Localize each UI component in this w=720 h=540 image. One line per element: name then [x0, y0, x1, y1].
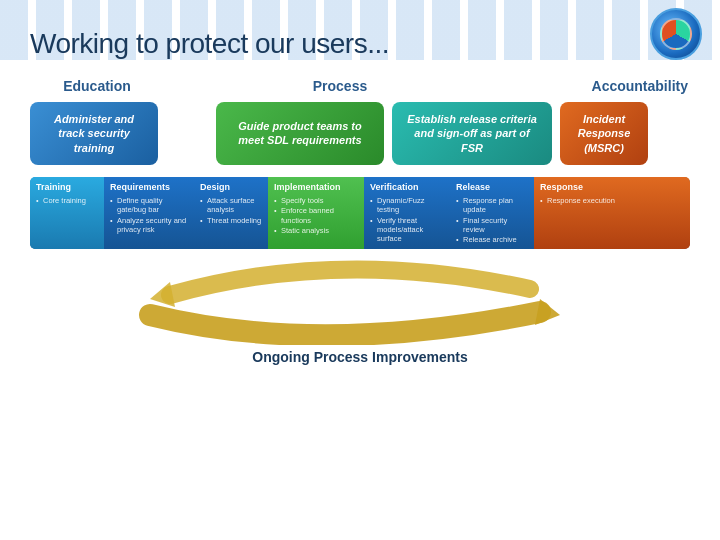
flow-impl-bullet-3: Static analysis	[274, 226, 358, 235]
arrows-svg	[120, 257, 600, 345]
flow-release-bullets: Response plan update Final security revi…	[456, 196, 528, 246]
flow-req-bullet-2: Analyze security and privacy risk	[110, 216, 188, 235]
flow-training-bullet-1: Core training	[36, 196, 98, 205]
flow-implementation-label: Implementation	[274, 182, 358, 192]
flow-release: Release Response plan update Final secur…	[450, 177, 534, 249]
flow-ver-bullet-2: Verify threat models/attack surface	[370, 216, 444, 244]
flow-rel-bullet-2: Final security review	[456, 216, 528, 235]
flow-resp-bullet-1: Response execution	[540, 196, 684, 205]
card-incident: Incident Response (MSRC)	[560, 102, 648, 165]
flow-impl-bullet-2: Enforce banned functions	[274, 206, 358, 225]
flow-requirements-bullets: Define quality gate/bug bar Analyze secu…	[110, 196, 188, 236]
flow-implementation: Implementation Specify tools Enforce ban…	[268, 177, 364, 249]
flow-verification-label: Verification	[370, 182, 444, 192]
process-arrows	[30, 257, 690, 347]
accountability-header: Accountability	[468, 78, 688, 94]
flow-release-label: Release	[456, 182, 528, 192]
card-process: Guide product teams to meet SDL requirem…	[216, 102, 384, 165]
flow-requirements: Requirements Define quality gate/bug bar…	[104, 177, 194, 249]
flow-ver-bullet-1: Dynamic/Fuzz testing	[370, 196, 444, 215]
flow-training: Training Core training	[30, 177, 104, 249]
flow-impl-bullet-1: Specify tools	[274, 196, 358, 205]
cards-row: Administer and track security training G…	[30, 102, 690, 165]
flow-response: Response Response execution	[534, 177, 690, 249]
flow-training-bullets: Core training	[36, 196, 98, 206]
logo	[650, 8, 702, 60]
sdl-flow-banner: Training Core training Requirements Defi…	[30, 177, 690, 249]
card-establish: Establish release criteria and sign-off …	[392, 102, 552, 165]
category-headers: Education Process Accountability	[30, 78, 690, 94]
flow-requirements-label: Requirements	[110, 182, 188, 192]
flow-verification-bullets: Dynamic/Fuzz testing Verify threat model…	[370, 196, 444, 245]
flow-response-bullets: Response execution	[540, 196, 684, 206]
bottom-label: Ongoing Process Improvements	[30, 349, 690, 365]
flow-req-bullet-1: Define quality gate/bug bar	[110, 196, 188, 215]
flow-rel-bullet-3: Release archive	[456, 235, 528, 244]
flow-rel-bullet-1: Response plan update	[456, 196, 528, 215]
flow-design-label: Design	[200, 182, 262, 192]
flow-implementation-bullets: Specify tools Enforce banned functions S…	[274, 196, 358, 237]
education-header: Education	[32, 78, 162, 94]
process-header: Process	[250, 78, 430, 94]
flow-design-bullet-1: Attack surface analysis	[200, 196, 262, 215]
page-title: Working to protect our users...	[30, 28, 690, 60]
flow-training-label: Training	[36, 182, 98, 192]
flow-design: Design Attack surface analysis Threat mo…	[194, 177, 268, 249]
card-education: Administer and track security training	[30, 102, 158, 165]
flow-verification: Verification Dynamic/Fuzz testing Verify…	[364, 177, 450, 249]
flow-response-label: Response	[540, 182, 684, 192]
flow-design-bullets: Attack surface analysis Threat modeling	[200, 196, 262, 226]
flow-design-bullet-2: Threat modeling	[200, 216, 262, 225]
